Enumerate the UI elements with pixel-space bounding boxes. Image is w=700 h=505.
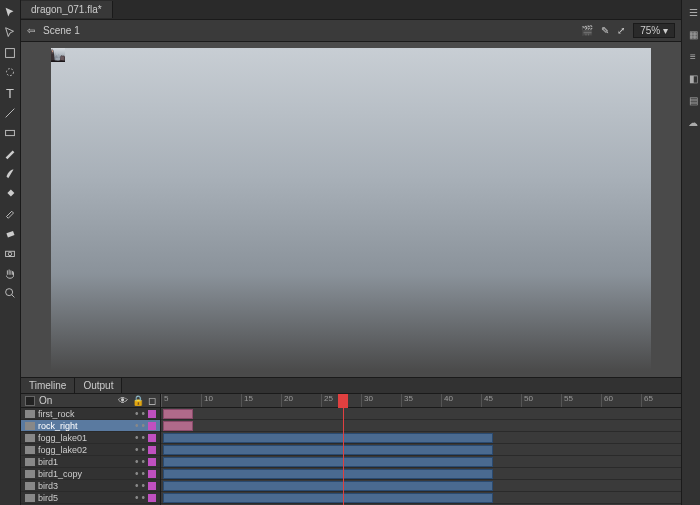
layer-lock-dot[interactable]: • xyxy=(141,420,145,431)
layer-name: first_rock xyxy=(38,409,132,419)
free-transform-tool[interactable] xyxy=(0,44,20,62)
playhead[interactable] xyxy=(338,394,348,408)
ruler-tick: 35 xyxy=(401,394,441,407)
fit-icon[interactable]: ⤢ xyxy=(617,25,625,36)
layer-color-box[interactable] xyxy=(148,422,156,430)
layer-vis-dot[interactable]: • xyxy=(135,420,139,431)
timeline-layer-row[interactable]: bird1•• xyxy=(21,456,160,468)
timeline-layer-row[interactable]: bird5•• xyxy=(21,492,160,504)
layer-lock-dot[interactable]: • xyxy=(141,444,145,455)
frame-span[interactable] xyxy=(163,445,493,455)
frame-row[interactable] xyxy=(161,480,681,492)
text-tool[interactable]: T xyxy=(0,84,20,102)
frame-row[interactable] xyxy=(161,468,681,480)
tab-output[interactable]: Output xyxy=(75,378,122,393)
lasso-tool[interactable] xyxy=(0,64,20,82)
scene-nav-icon[interactable]: ⇦ xyxy=(27,25,35,36)
layer-vis-dot[interactable]: • xyxy=(135,456,139,467)
stage-canvas[interactable] xyxy=(21,42,681,377)
stage-artwork xyxy=(51,48,651,371)
svg-rect-4 xyxy=(6,231,14,238)
frame-span[interactable] xyxy=(163,409,193,419)
frame-row[interactable] xyxy=(161,456,681,468)
timeline-layer-row[interactable]: fogg_lake01•• xyxy=(21,432,160,444)
layer-lock-dot[interactable]: • xyxy=(141,432,145,443)
frame-span[interactable] xyxy=(163,457,493,467)
document-tab[interactable]: dragon_071.fla* xyxy=(21,1,113,18)
layer-vis-dot[interactable]: • xyxy=(135,444,139,455)
layer-vis-dot[interactable]: • xyxy=(135,492,139,503)
svg-rect-3 xyxy=(6,130,15,135)
align-icon[interactable]: ≡ xyxy=(685,48,700,64)
cc-libraries-icon[interactable]: ☁ xyxy=(685,114,700,130)
selection-tool[interactable] xyxy=(0,4,20,22)
layer-color-box[interactable] xyxy=(148,494,156,502)
layer-name: fogg_lake02 xyxy=(38,445,132,455)
layer-lock-dot[interactable]: • xyxy=(141,456,145,467)
layer-color-box[interactable] xyxy=(148,482,156,490)
layer-vis-dot[interactable]: • xyxy=(135,468,139,479)
on-label: On xyxy=(39,395,52,406)
timeline-layer-row[interactable]: first_rock•• xyxy=(21,408,160,420)
ruler-tick: 45 xyxy=(481,394,521,407)
layer-lock-dot[interactable]: • xyxy=(141,468,145,479)
layer-depth-toggle[interactable] xyxy=(25,396,35,406)
frame-span[interactable] xyxy=(163,421,193,431)
pencil-tool[interactable] xyxy=(0,144,20,162)
eyedropper-tool[interactable] xyxy=(0,204,20,222)
document-tabbar: dragon_071.fla* xyxy=(21,0,681,20)
layer-icon xyxy=(25,470,35,478)
rectangle-tool[interactable] xyxy=(0,124,20,142)
line-tool[interactable] xyxy=(0,104,20,122)
layer-lock-dot[interactable]: • xyxy=(141,480,145,491)
frame-row[interactable] xyxy=(161,420,681,432)
layer-name: bird1_copy xyxy=(38,469,132,479)
layer-color-box[interactable] xyxy=(148,410,156,418)
visibility-header-icon[interactable]: 👁 xyxy=(118,395,128,406)
layer-vis-dot[interactable]: • xyxy=(135,408,139,419)
scene-label[interactable]: Scene 1 xyxy=(43,25,80,36)
color-icon[interactable]: ◧ xyxy=(685,70,700,86)
clapboard-icon[interactable]: 🎬 xyxy=(581,25,593,36)
timeline-layer-row[interactable]: bird3•• xyxy=(21,480,160,492)
zoom-tool[interactable] xyxy=(0,284,20,302)
ruler-tick: 60 xyxy=(601,394,641,407)
frame-row[interactable] xyxy=(161,492,681,504)
frame-span[interactable] xyxy=(163,481,493,491)
layer-vis-dot[interactable]: • xyxy=(135,480,139,491)
timeline-layer-row[interactable]: fogg_lake02•• xyxy=(21,444,160,456)
frame-row[interactable] xyxy=(161,408,681,420)
edit-scene-icon[interactable]: ✎ xyxy=(601,25,609,36)
library-icon[interactable]: ▦ xyxy=(685,26,700,42)
camera-tool[interactable] xyxy=(0,244,20,262)
lock-header-icon[interactable]: 🔒 xyxy=(132,395,144,406)
brush-tool[interactable] xyxy=(0,164,20,182)
frame-span[interactable] xyxy=(163,493,493,503)
frame-span[interactable] xyxy=(163,433,493,443)
frame-row[interactable] xyxy=(161,444,681,456)
eraser-tool[interactable] xyxy=(0,224,20,242)
timeline-layer-row[interactable]: rock_right•• xyxy=(21,420,160,432)
layer-vis-dot[interactable]: • xyxy=(135,432,139,443)
hand-tool[interactable] xyxy=(0,264,20,282)
layer-color-box[interactable] xyxy=(148,470,156,478)
timeline-frames[interactable]: 5101520253035404550556065 xyxy=(161,394,681,505)
outline-header-icon[interactable]: ◻ xyxy=(148,395,156,406)
layer-color-box[interactable] xyxy=(148,434,156,442)
frame-span[interactable] xyxy=(163,469,493,479)
layer-lock-dot[interactable]: • xyxy=(141,492,145,503)
layer-lock-dot[interactable]: • xyxy=(141,408,145,419)
swatches-icon[interactable]: ▤ xyxy=(685,92,700,108)
paint-bucket-tool[interactable] xyxy=(0,184,20,202)
frame-row[interactable] xyxy=(161,432,681,444)
zoom-dropdown[interactable]: 75% ▾ xyxy=(633,23,675,38)
ruler-tick: 20 xyxy=(281,394,321,407)
properties-icon[interactable]: ☰ xyxy=(685,4,700,20)
layer-color-box[interactable] xyxy=(148,458,156,466)
layer-color-box[interactable] xyxy=(148,446,156,454)
tab-timeline[interactable]: Timeline xyxy=(21,378,75,393)
layer-name: fogg_lake01 xyxy=(38,433,132,443)
timeline-layer-row[interactable]: bird1_copy•• xyxy=(21,468,160,480)
layer-icon xyxy=(25,482,35,490)
subselection-tool[interactable] xyxy=(0,24,20,42)
